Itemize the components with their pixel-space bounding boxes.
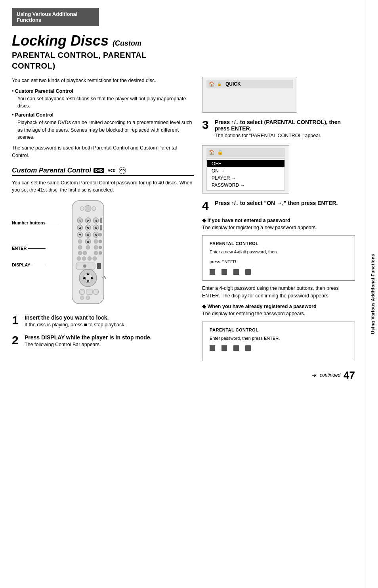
diamond1-body: The display for registering a new passwo… [202,224,355,232]
enter-password-dialog-title: PARENTAL CONTROL [210,328,347,332]
svg-point-54 [93,289,99,295]
svg-rect-17 [100,225,102,230]
svg-text:7: 7 [79,234,81,237]
svg-rect-53 [87,289,92,295]
control-bar-header: 🏠 🔒 QUICK [206,80,293,88]
svg-point-1 [85,205,91,212]
svg-text:4: 4 [79,226,81,230]
svg-point-37 [99,251,102,255]
svg-point-36 [94,251,98,255]
edot4 [245,345,251,351]
main-title: Locking Discs (Custom [12,33,355,49]
enter-password-dialog-line1: Enter password, then press ENTER. [210,335,347,341]
step2-body: The following Control Bar appears. [25,341,152,349]
continued-arrow: ➔ [312,372,317,378]
parental-menu-box: 🏠 🔒 OFF ON → PLAYER → PASSWORD → [202,145,289,193]
number-buttons-label: Number buttons [12,220,58,225]
dot1 [210,269,215,275]
svg-point-32 [94,245,98,249]
step2: 2 Press DISPLAY while the player is in s… [12,334,194,349]
header-banner-text: Using Various Additional Functions [17,11,77,23]
svg-text:▲: ▲ [86,271,90,276]
step2-title: Press DISPLAY while the player is in sto… [25,334,152,341]
header-banner: Using Various Additional Functions [12,8,99,26]
svg-point-39 [82,257,86,260]
step1-body: If the disc is playing, press ■ to stop … [25,322,126,329]
bullet2: Parental Control Playback of some DVDs c… [17,111,194,141]
quick-icon: 🏠 [209,81,215,87]
enter-password-instruction: Enter a 4-digit password using the numbe… [202,285,355,300]
svg-point-38 [77,257,81,260]
diamond2-body: The display for entering the password ap… [202,310,355,318]
edot2 [221,345,227,351]
section-custom-heading: Custom Parental Control DVD VCD CD [12,167,194,176]
bullet2-body: Playback of some DVDs can be limited acc… [17,120,192,140]
step3-number: 3 [202,119,211,131]
step3: 3 Press ↑/↓ to select (PARENTAL CONTROL)… [202,119,355,140]
main-title-suffix: (Custom [113,39,141,47]
menu-item-on[interactable]: ON → [207,167,284,174]
step1: 1 Insert the disc you want to lock. If t… [12,314,194,329]
vcd-badge: VCD [106,168,117,173]
svg-text:5: 5 [87,226,89,230]
bullet1-body: You can set playback restrictions so tha… [17,96,186,109]
section-custom-para: You can set the same Custom Parental Con… [12,179,194,194]
new-password-dots [210,269,347,275]
section-custom-title: Custom Parental Control [12,167,91,174]
intro-para1: You can set two kinds of playback restri… [12,77,194,84]
side-tab: Using Various Additional Functions [367,0,378,588]
page-number: 47 [344,369,355,381]
new-password-dialog-line2: press ENTER. [210,259,347,265]
svg-text:1: 1 [79,219,81,223]
step1-number: 1 [12,314,21,326]
svg-text:↑/↓: ↑/↓ [102,276,107,280]
menu-item-player[interactable]: PLAYER → [207,174,284,182]
new-password-dialog: PARENTAL CONTROL Enter a new 4-digit pas… [202,235,355,281]
svg-point-3 [92,207,96,211]
enter-label: ENTER [12,246,58,251]
step3-body: The options for "PARENTAL CONTROL" appea… [215,132,355,140]
svg-text:▼: ▼ [86,279,90,283]
step3-title: Press ↑/↓ to select (PARENTAL CONTROL), … [215,119,355,132]
step4-number: 4 [202,200,211,212]
control-bar-content [206,90,293,110]
svg-point-24 [99,233,102,236]
menu-item-password[interactable]: PASSWORD → [207,182,284,189]
quick-label-small: 🔒 [217,82,221,86]
dot4 [245,269,251,275]
svg-text:3: 3 [95,219,97,223]
menu-item-off[interactable]: OFF [207,160,284,167]
svg-point-25 [78,239,82,243]
new-password-dialog-title: PARENTAL CONTROL [210,241,347,246]
dvd-badge: DVD [94,168,104,173]
svg-point-35 [83,251,87,255]
step4-title: Press ↑/↓ to select "ON →," then press E… [215,200,338,206]
svg-point-40 [88,257,92,260]
svg-point-28 [94,239,98,243]
svg-point-52 [79,289,85,295]
bullet1: Custom Parental Control You can set play… [17,88,194,110]
remote-diagram: Number buttons ENTER DISPLAY [12,199,194,310]
svg-text:9: 9 [95,234,97,237]
step3-desc: Press ↑/↓ to select (PARENTAL CONTROL), … [215,119,355,140]
main-title-prefix: Locking Discs [12,33,113,49]
control-bar-box: 🏠 🔒 QUICK [202,77,297,113]
enter-text: ENTER [12,246,27,251]
parental-menu-header: 🏠 🔒 [206,148,285,157]
edot3 [233,345,239,351]
display-text: DISPLAY [12,262,31,267]
svg-text:8: 8 [87,234,89,237]
diamond1-title: If you have not entered a password [202,217,355,223]
enter-password-dialog: PARENTAL CONTROL Enter password, then pr… [202,322,355,361]
subtitle-line2: CONTROL) [12,61,355,71]
svg-point-41 [93,257,97,260]
svg-point-55 [80,296,84,300]
intro-para2: The same password is used for both Paren… [12,144,194,159]
new-password-dialog-line1: Enter a new 4-digit password, then [210,249,347,255]
format-badges: DVD VCD CD [94,167,126,174]
label-line1 [47,223,58,223]
dot2 [221,269,227,275]
svg-text:0: 0 [87,240,89,244]
quick-label: QUICK [225,81,241,87]
svg-point-43 [83,264,86,268]
